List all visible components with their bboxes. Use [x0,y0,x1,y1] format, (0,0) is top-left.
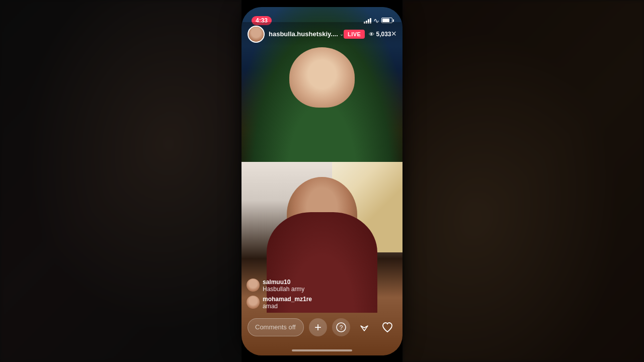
chevron-down-icon: ⌄ [340,31,344,37]
live-header-bar: hasbulla.hushetskiy.... ⌄ LIVE 👁 5,033 × [242,22,403,46]
comment-message-1: Hasbullah army [263,286,397,293]
home-indicator [292,349,352,351]
streamer-avatar [248,26,265,43]
eye-icon: 👁 [369,31,374,37]
comment-avatar-2 [247,296,260,309]
comment-text-1: salmuu10 Hasbullah army [263,279,397,293]
background-right [403,0,644,362]
comment-text-2: mohamad_mz1re amad [263,296,397,310]
question-button[interactable]: ? [332,318,350,336]
username-area[interactable]: hasbulla.hushetskiy.... ⌄ [269,30,344,38]
viewer-count-area: 👁 5,033 [369,31,391,38]
comment-avatar-1 [247,279,260,292]
comment-username-1: salmuu10 [263,279,397,286]
bg-right-blur [403,0,644,362]
bg-left-blur [0,0,242,362]
heart-icon [381,321,393,333]
avatar-face-2 [247,296,260,309]
svg-marker-2 [361,326,368,331]
avatar-face [249,27,264,42]
action-bar: Comments off + ? [242,314,403,340]
heart-button[interactable] [378,318,396,336]
comment-item-2: mohamad_mz1re amad [247,296,397,310]
close-button[interactable]: × [391,29,396,39]
comments-overlay: salmuu10 Hasbullah army mohamad_mz1re am… [242,279,403,313]
avatar-face-1 [247,279,260,292]
svg-text:?: ? [340,324,343,331]
top-person-face [272,32,372,148]
comment-input-field[interactable]: Comments off [248,318,304,336]
send-button[interactable] [355,318,373,336]
comment-placeholder: Comments off [255,323,296,331]
viewer-count-text: 5,033 [376,31,391,38]
send-icon [359,322,370,333]
face-shape [289,47,355,108]
background-left [0,0,242,362]
streamer-username: hasbulla.hushetskiy.... [269,30,338,38]
comment-item: salmuu10 Hasbullah army [247,279,397,293]
comment-message-2: amad [263,303,397,310]
add-button[interactable]: + [309,318,327,336]
comment-username-2: mohamad_mz1re [263,296,397,303]
phone-screen: 4:33 ∿ [242,7,403,355]
question-icon: ? [336,322,346,332]
live-badge: LIVE [344,30,365,39]
